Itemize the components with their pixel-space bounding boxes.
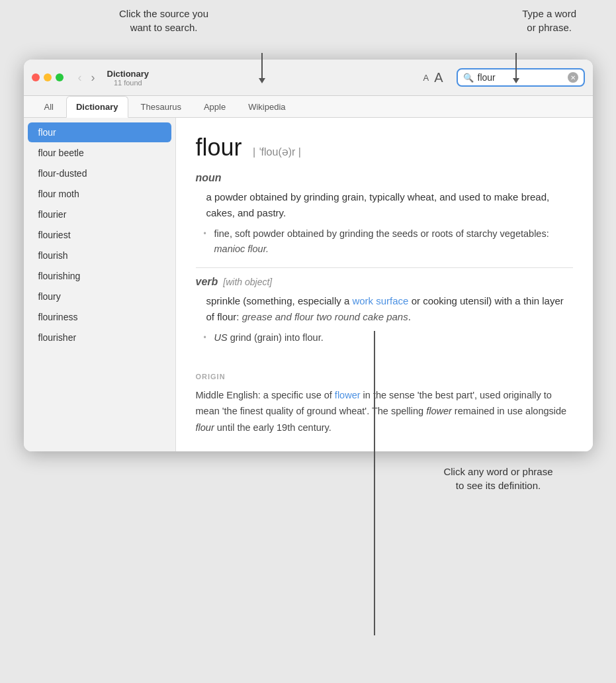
tab-dictionary[interactable]: Dictionary [66,96,128,118]
verb-qualifier: [with object] [223,277,272,287]
tab-all[interactable]: All [34,96,64,117]
maximize-button[interactable] [56,73,64,81]
tab-wikipedia[interactable]: Wikipedia [238,96,295,117]
noun-definition: a powder obtained by grinding grain, typ… [206,189,573,221]
divider [196,267,573,268]
word-header: flour | ˈflou(ə)r | [196,134,573,161]
verb-example: grease and flour two round cake pans [242,311,408,322]
sidebar-item-flourishing[interactable]: flourishing [28,266,171,286]
tab-apple[interactable]: Apple [194,96,236,117]
search-icon: 🔍 [463,73,474,83]
origin-label: ORIGIN [196,373,573,381]
annotation-top-left: Click the source you want to search. [119,7,208,34]
verb-label: verb [with object] [196,276,573,288]
word-pronunciation: | ˈflou(ə)r | [253,146,301,158]
verb-bullet-us: US [214,332,228,343]
content-area: flour | ˈflou(ə)r | noun a powder obtain… [176,118,593,451]
tabs-bar: All Dictionary Thesaurus Apple Wikipedia [24,96,593,118]
search-clear-button[interactable]: ✕ [568,72,578,83]
back-button[interactable]: ‹ [74,69,86,86]
window-title: Dictionary [107,69,150,79]
sidebar-item-flour-dusted[interactable]: flour-dusted [28,163,171,183]
noun-label: noun [196,172,573,184]
sidebar-item-flourish[interactable]: flourish [28,246,171,265]
nav-buttons: ‹ › [74,69,99,86]
font-increase-button[interactable]: A [434,70,443,85]
sidebar: flour flour beetle flour-dusted flour mo… [24,118,176,451]
close-button[interactable] [32,73,40,81]
main-area: flour flour beetle flour-dusted flour mo… [24,118,593,451]
origin-italic-flower: flower [426,406,452,416]
annotation-top-right: Type a word or phrase. [522,7,576,34]
origin-text: Middle English: a specific use of flower… [196,387,573,436]
search-input[interactable] [478,72,564,83]
sidebar-item-flouriest[interactable]: flouriest [28,225,171,245]
noun-example: manioc flour. [214,244,269,254]
sidebar-item-flourisher[interactable]: flourisher [28,328,171,347]
traffic-lights [32,73,64,81]
arrow-search-indicator [515,53,517,79]
vertical-line-annotation [374,331,375,635]
font-size-controls: A A [423,70,443,85]
tab-thesaurus[interactable]: Thesaurus [131,96,191,117]
arrow-source-indicator [261,53,263,79]
sidebar-item-floury[interactable]: floury [28,287,171,306]
sidebar-item-flour-moth[interactable]: flour moth [28,184,171,204]
sidebar-item-flour-beetle[interactable]: flour beetle [28,143,171,163]
verb-definition: sprinkle (something, especially a work s… [206,293,573,325]
verb-bullet-item: US grind (grain) into flour. [214,330,573,345]
title-area: Dictionary 11 found [107,69,150,87]
font-decrease-button[interactable]: A [423,73,429,83]
origin-italic-flour: flour [196,422,214,433]
word-title: flour [196,134,242,161]
sidebar-item-flourier[interactable]: flourier [28,205,171,224]
search-box: 🔍 ✕ [457,68,585,87]
annotation-bottom-right: Click any word or phrase to see its defi… [443,465,552,504]
forward-button[interactable]: › [87,69,99,86]
minimize-button[interactable] [44,73,52,81]
titlebar: ‹ › Dictionary 11 found A A 🔍 ✕ [24,60,593,96]
flower-link[interactable]: flower [335,390,361,400]
origin-section: ORIGIN Middle English: a specific use of… [196,362,573,436]
dictionary-window: ‹ › Dictionary 11 found A A 🔍 ✕ All Dict… [24,60,593,451]
noun-bullet-item: fine, soft powder obtained by grinding t… [214,226,573,257]
window-subtitle: 11 found [114,79,142,87]
sidebar-item-flouriness[interactable]: flouriness [28,307,171,327]
sidebar-item-flour[interactable]: flour [28,122,171,142]
work-surface-link[interactable]: work surface [352,295,408,306]
